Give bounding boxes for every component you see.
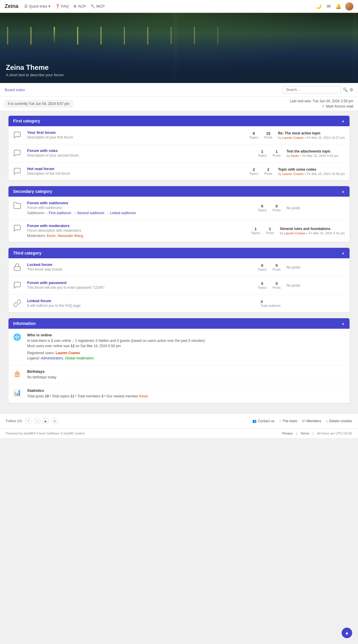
forum-last-forum-with-rules: Test the attachments topic by Kevin » Fr… [286, 149, 345, 157]
last-post-meta: by Lauren Craves » Fri Mar 15, 2024 4:41… [280, 231, 345, 235]
last-post-author[interactable]: Lauren Craves [282, 172, 303, 176]
hero-text: Zeina Theme A short text to describe you… [0, 58, 69, 83]
category-title-first: First category [13, 119, 40, 123]
last-post-title[interactable]: General rules and foundations [280, 227, 345, 231]
chevron-up-icon: ▲ [341, 189, 345, 193]
forum-row-forum-with-subforums: Forum with subforums Forum with subforum… [8, 197, 350, 219]
the-team-link[interactable]: ○ The team [279, 419, 297, 423]
forum-row-linked-forum: Linked forum It will redirect you to the… [8, 295, 350, 312]
mcp-link[interactable]: 🔧 MCP [91, 4, 105, 8]
forum-icon-forum-with-password [13, 281, 24, 290]
forum-icon-forum-with-subforums [13, 201, 24, 210]
forum-name-forum-with-moderators[interactable]: Forum with moderators [27, 224, 251, 228]
forum-name-your-first-forum[interactable]: Your first forum [27, 130, 249, 135]
breadcrumb[interactable]: Board index [5, 88, 25, 92]
search-button[interactable]: 🔍 [343, 87, 348, 92]
birthdays-title: Birthdays [27, 369, 345, 374]
forum-name-locked-forum[interactable]: Locked forum [27, 262, 258, 267]
topics-stat: 0 Topics [258, 204, 267, 212]
terms-link[interactable]: Terms [300, 432, 309, 435]
forum-stats-forum-with-rules: 1 Topics 1 Posts [258, 149, 281, 157]
info-row-who-is-online: 🌐 Who is online In total there is 1 user… [8, 329, 350, 365]
last-post-title[interactable]: Re: The most active topic [278, 131, 345, 135]
search-input[interactable] [283, 86, 341, 94]
forum-name-forum-with-rules[interactable]: Forum with rules [27, 148, 258, 153]
last-post-author[interactable]: Lauren Craves [284, 231, 305, 235]
members-link[interactable]: 🏷 Members [302, 419, 321, 423]
user-avatar[interactable] [345, 2, 353, 11]
privacy-link[interactable]: Privacy [282, 432, 293, 435]
contact-us-link[interactable]: 👥 Contact us [252, 419, 274, 423]
quick-links-menu[interactable]: ☰ Quick links ▾ [24, 4, 51, 8]
forum-name-forum-with-password[interactable]: Forum with password [27, 281, 258, 285]
forum-subforums: Subforums: ○ First subforum ○ Second sub… [27, 211, 258, 215]
google-icon[interactable]: G [51, 418, 58, 424]
no-posts-label: No posts [286, 265, 300, 269]
current-time: It is currently Tue Jun 04, 2024 8:57 pm [5, 100, 73, 107]
navbar-right: 🌙 ✉ 🔔 [315, 2, 353, 11]
last-post-title[interactable]: Test the attachments topic [286, 149, 345, 153]
mark-forums-read-button[interactable]: ✓ Mark forums read [322, 104, 353, 108]
forum-desc-forum-with-rules: Description of your second forum. [27, 153, 258, 157]
category-header-first[interactable]: First category ▲ [8, 116, 350, 126]
dark-mode-toggle[interactable]: 🌙 [315, 3, 322, 10]
cookies-icon: ○ [326, 419, 328, 423]
forum-desc-forum-with-password: This forum will ask you to enter passwor… [27, 285, 258, 290]
hero-title: Zeina Theme [6, 63, 64, 72]
category-header-third[interactable]: Third category ▲ [8, 248, 350, 258]
forum-icon-hot-read-forum [13, 167, 24, 176]
forum-name-forum-with-subforums[interactable]: Forum with subforums [27, 201, 258, 205]
powered-by: Powered by phpBB® Forum Software © phpBB… [6, 432, 84, 435]
forum-icon-your-first-forum [13, 131, 24, 140]
topics-stat: 1 Topics [251, 227, 260, 235]
facebook-icon[interactable]: f [25, 418, 32, 424]
forum-stats-your-first-forum: 9 Topics 15 Posts [249, 131, 272, 139]
newest-member-link[interactable]: Kevin [139, 394, 148, 398]
forum-icon-locked-forum [13, 263, 24, 272]
statistics-content: Statistics Total posts 19 • Total topics… [27, 388, 345, 399]
twitter-icon[interactable]: t [34, 418, 40, 424]
forum-name-linked-forum[interactable]: Linked forum [27, 299, 261, 303]
moderator-alexander-wang[interactable]: Alexander Wang [57, 234, 83, 238]
administrators-link[interactable]: Administrators [41, 356, 63, 360]
forum-info-your-first-forum: Your first forum Description of your fir… [27, 130, 249, 139]
last-post-author[interactable]: Lauren Craves [282, 136, 303, 139]
last-post-author[interactable]: Kevin [291, 154, 299, 157]
search-settings-button[interactable]: ⚙ [350, 87, 353, 92]
main-content: First category ▲ Your first forum Descri… [4, 111, 354, 413]
subforum-link-first[interactable]: First subforum [49, 211, 71, 215]
info-bar: It is currently Tue Jun 04, 2024 8:57 pm… [0, 97, 358, 111]
statistics-icon: 📊 [13, 389, 24, 397]
forum-stats-hot-read-forum: 2 Topics 2 Posts [249, 167, 272, 175]
forum-stats-locked-forum: 0 Topics 0 Posts [258, 263, 281, 271]
statistics-text: Total posts 19 • Total topics 11 • Total… [27, 394, 345, 399]
last-post-title[interactable]: Topic with some codes [278, 167, 345, 172]
posts-stat: 0 Posts [272, 204, 281, 212]
footer-bar: Follow US: f t ▶ G 👥 Contact us ○ The te… [0, 413, 358, 428]
messages-icon[interactable]: ✉ [325, 3, 332, 10]
subforum-link-linked[interactable]: Linked subforum [110, 211, 136, 215]
forum-last-forum-with-moderators: General rules and foundations by Lauren … [280, 227, 345, 235]
category-header-information[interactable]: Information ▲ [8, 318, 350, 329]
site-brand[interactable]: Zeina [5, 3, 18, 9]
who-is-online-registered: Registered users: Lauren Craves Legend: … [27, 350, 345, 361]
birthdays-content: Birthdays No birthdays today [27, 369, 345, 380]
forum-info-locked-forum: Locked forum This forum was locked. [27, 262, 258, 271]
delete-cookies-link[interactable]: ○ Delete cookies [326, 419, 352, 423]
acp-link[interactable]: ⚙ ACP [73, 4, 86, 8]
category-header-secondary[interactable]: Secondary category ▲ [8, 186, 350, 197]
forum-desc-linked-forum: It will redirect you to the FAQ page [27, 304, 261, 308]
youtube-icon[interactable]: ▶ [43, 418, 49, 424]
last-post-meta: by Lauren Craves » Fri Mar 15, 2024 10:5… [278, 172, 345, 176]
registered-user-link[interactable]: Lauren Craves [55, 351, 80, 355]
forum-info-forum-with-moderators: Forum with moderators Forum description … [27, 224, 251, 238]
faq-link[interactable]: ❓ FAQ [55, 4, 69, 8]
forum-last-forum-with-password: No posts [286, 283, 345, 288]
posts-stat: 0 Posts [272, 263, 281, 271]
global-moderators-link[interactable]: Global moderators [65, 356, 94, 360]
moderator-kevin[interactable]: Kevin [47, 234, 55, 238]
subforum-link-second[interactable]: Second subforum [77, 211, 104, 215]
forum-row-hot-read-forum: Hot read forum Description of the hot fo… [8, 162, 350, 180]
notifications-icon[interactable]: 🔔 [335, 3, 342, 10]
forum-name-hot-read-forum[interactable]: Hot read forum [27, 167, 249, 171]
